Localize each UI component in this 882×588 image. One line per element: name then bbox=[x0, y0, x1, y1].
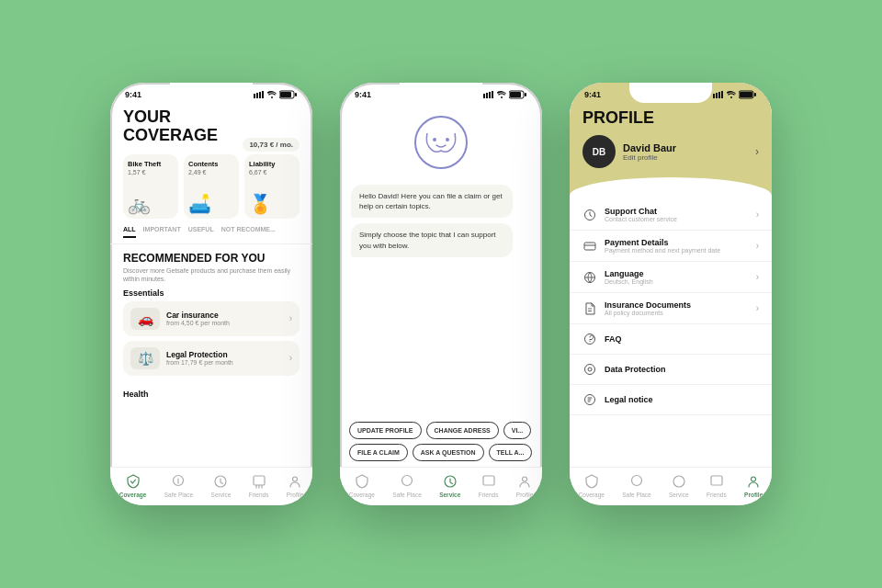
svg-rect-28 bbox=[721, 91, 723, 98]
menu-item-support[interactable]: Support Chat Contact customer service › bbox=[570, 199, 772, 231]
menu-item-faq[interactable]: FAQ bbox=[570, 324, 772, 355]
svg-rect-34 bbox=[584, 243, 595, 250]
btn-change-address[interactable]: CHANGE ADRESS bbox=[426, 422, 499, 439]
tab-useful[interactable]: USEFUL bbox=[188, 226, 214, 238]
nav-service-2[interactable]: Service bbox=[439, 473, 460, 498]
svg-rect-27 bbox=[718, 92, 720, 98]
menu-sub-language: Deutsch, English bbox=[605, 278, 749, 285]
coverage-card-contents[interactable]: Contents 2,49 € 🛋️ bbox=[184, 154, 239, 219]
support-chat-icon bbox=[582, 208, 597, 222]
nav-service-3[interactable]: Service bbox=[669, 473, 689, 498]
menu-sub-documents: All policy documents bbox=[605, 310, 749, 316]
svg-rect-12 bbox=[486, 93, 488, 98]
product-price-legal: from 17,79 € per month bbox=[166, 359, 289, 366]
phone-notch-2 bbox=[400, 83, 482, 103]
card-price-bike: 1,57 € bbox=[128, 169, 174, 175]
tab-all[interactable]: ALL bbox=[123, 226, 136, 238]
nav-coverage-2[interactable]: Coverage bbox=[349, 473, 375, 498]
menu-title-documents: Insurance Documents bbox=[605, 300, 749, 310]
svg-point-24 bbox=[523, 477, 527, 481]
svg-point-19 bbox=[415, 117, 467, 168]
svg-rect-6 bbox=[280, 92, 291, 97]
menu-title-data-protection: Data Protection bbox=[605, 365, 759, 374]
friends-icon-1 bbox=[251, 473, 267, 490]
card-icon-bike: 🚲 bbox=[128, 195, 174, 213]
svg-rect-31 bbox=[740, 92, 752, 97]
menu-title-language: Language bbox=[605, 269, 749, 278]
nav-service-1[interactable]: Service bbox=[211, 473, 232, 498]
chat-mascot bbox=[340, 101, 542, 179]
nav-coverage-1[interactable]: Coverage bbox=[119, 473, 147, 498]
chat-bubble-1: Hello David! Here you can file a claim o… bbox=[351, 185, 513, 218]
safeplace-icon-3 bbox=[628, 473, 645, 490]
svg-rect-32 bbox=[754, 93, 756, 96]
svg-rect-9 bbox=[254, 476, 265, 485]
btn-update-profile[interactable]: UPDATE PROFILE bbox=[349, 422, 422, 439]
profile-user-name: David Baur bbox=[623, 142, 748, 153]
essentials-label: Essentials bbox=[123, 288, 300, 298]
svg-rect-1 bbox=[256, 93, 258, 98]
friends-icon-2 bbox=[481, 473, 497, 490]
nav-safeplace-3[interactable]: Safe Place bbox=[622, 473, 650, 498]
status-time-1: 9:41 bbox=[125, 90, 141, 99]
nav-safeplace-2[interactable]: Safe Place bbox=[392, 473, 421, 498]
tab-important[interactable]: IMPORTANT bbox=[143, 226, 181, 238]
svg-rect-0 bbox=[254, 94, 255, 98]
nav-friends-3[interactable]: Friends bbox=[707, 473, 727, 498]
phone-service: 9:41 Hello David! Here you can file a cl… bbox=[340, 83, 542, 505]
menu-item-payment[interactable]: Payment Details Payment method and next … bbox=[570, 231, 772, 262]
bottom-nav-2: Coverage Safe Place Service Friends bbox=[340, 467, 542, 505]
btn-file-claim[interactable]: FILE A CLAIM bbox=[349, 444, 408, 461]
product-car[interactable]: 🚗 Car insurance from 4,50 € per month › bbox=[123, 301, 300, 336]
product-legal[interactable]: ⚖️ Legal Protection from 17,79 € per mon… bbox=[123, 341, 300, 376]
nav-label-coverage-2: Coverage bbox=[349, 492, 375, 498]
status-time-2: 9:41 bbox=[355, 90, 371, 99]
menu-arrow-payment: › bbox=[756, 241, 759, 251]
svg-rect-25 bbox=[713, 94, 715, 98]
coverage-card-bike[interactable]: Bike Theft 1,57 € 🚲 bbox=[123, 154, 178, 219]
nav-profile-2[interactable]: Profile bbox=[516, 473, 533, 498]
btn-ask-question[interactable]: ASK A QUESTION bbox=[413, 444, 484, 461]
btn-tell[interactable]: TELL A... bbox=[489, 444, 533, 461]
coverage-card-liability[interactable]: Liability 6,67 € 🏅 bbox=[244, 154, 300, 219]
menu-sub-support: Contact customer service bbox=[605, 216, 749, 222]
data-protection-icon bbox=[582, 362, 597, 377]
profile-title: PROFILE bbox=[582, 108, 759, 128]
phone-notch-1 bbox=[170, 83, 253, 103]
btn-vi[interactable]: VI... bbox=[503, 422, 531, 439]
nav-safeplace-1[interactable]: Safe Place bbox=[164, 473, 193, 498]
nav-label-friends-1: Friends bbox=[249, 492, 269, 498]
health-label: Health bbox=[110, 388, 312, 399]
svg-rect-11 bbox=[483, 94, 485, 98]
nav-coverage-3[interactable]: Coverage bbox=[579, 473, 605, 498]
friends-icon-3 bbox=[708, 473, 725, 490]
card-price-contents: 2,49 € bbox=[188, 169, 234, 175]
phone-notch-3 bbox=[629, 83, 712, 103]
coverage-content: YOURCOVERAGE 10,73 € / mo. Bike Theft 1,… bbox=[110, 101, 312, 467]
menu-item-legal[interactable]: Legal notice bbox=[570, 385, 772, 415]
svg-point-4 bbox=[271, 96, 273, 98]
product-icon-car: 🚗 bbox=[130, 308, 160, 330]
profile-screen: PROFILE DB David Baur Edit profile › bbox=[570, 101, 772, 467]
menu-item-documents[interactable]: Insurance Documents All policy documents… bbox=[570, 293, 772, 324]
chat-messages: Hello David! Here you can file a claim o… bbox=[340, 179, 542, 416]
chat-screen: Hello David! Here you can file a claim o… bbox=[340, 101, 542, 467]
tab-not-rec[interactable]: NOT RECOMME... bbox=[221, 226, 276, 238]
svg-point-41 bbox=[588, 368, 592, 371]
nav-profile-1[interactable]: Profile bbox=[287, 473, 303, 498]
profile-user-row[interactable]: DB David Baur Edit profile › bbox=[582, 135, 759, 168]
menu-item-data-protection[interactable]: Data Protection bbox=[570, 355, 772, 385]
phone-coverage: 9:41 YOURCOVERAGE 10,73 € / mo. Bike The… bbox=[110, 83, 312, 505]
nav-profile-3[interactable]: Profile bbox=[744, 473, 763, 498]
nav-label-friends-3: Friends bbox=[707, 492, 727, 498]
recommended-section: RECOMMENDED FOR YOU Discover more Getsaf… bbox=[110, 244, 312, 388]
product-icon-legal: ⚖️ bbox=[130, 347, 160, 369]
menu-title-legal: Legal notice bbox=[605, 395, 759, 404]
product-arrow-legal: › bbox=[289, 353, 292, 363]
nav-label-coverage-3: Coverage bbox=[579, 492, 605, 498]
nav-friends-1[interactable]: Friends bbox=[249, 473, 269, 498]
nav-friends-2[interactable]: Friends bbox=[479, 473, 499, 498]
legal-icon bbox=[582, 392, 597, 407]
menu-item-language[interactable]: Language Deutsch, English › bbox=[570, 262, 772, 293]
coverage-header: YOURCOVERAGE 10,73 € / mo. bbox=[110, 101, 312, 151]
